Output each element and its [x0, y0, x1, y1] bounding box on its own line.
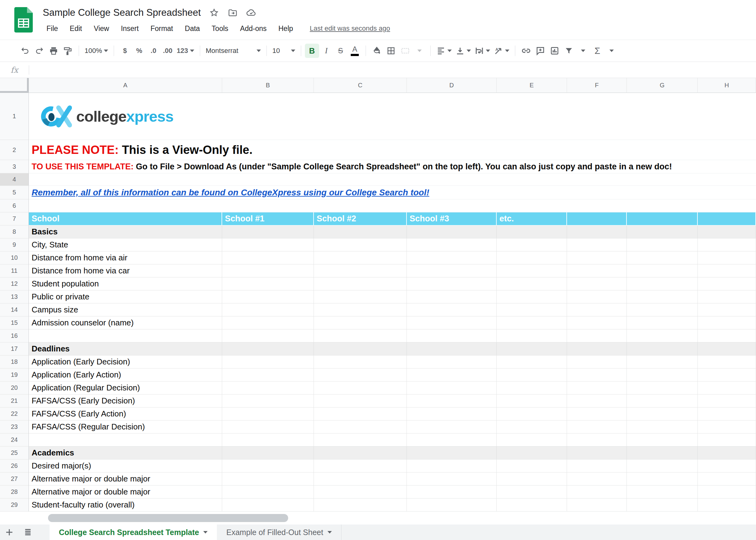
- vertical-align-button[interactable]: [454, 44, 473, 58]
- cell-F10[interactable]: [567, 251, 627, 264]
- cell-H26[interactable]: [698, 460, 756, 472]
- cell-H18[interactable]: [698, 355, 756, 368]
- cell-G13[interactable]: [627, 290, 698, 304]
- bold-button[interactable]: B: [305, 44, 319, 58]
- cell-B20[interactable]: [222, 381, 314, 394]
- cell-E19[interactable]: [497, 368, 567, 381]
- cell-H17[interactable]: [698, 342, 756, 355]
- menu-data[interactable]: Data: [181, 23, 204, 35]
- cell-E20[interactable]: [497, 381, 567, 394]
- cell-G26[interactable]: [627, 460, 698, 472]
- cell-G29[interactable]: [627, 498, 698, 511]
- cell-H22[interactable]: [698, 407, 756, 421]
- menu-insert[interactable]: Insert: [117, 23, 142, 35]
- cell-H10[interactable]: [698, 251, 756, 264]
- cell-F13[interactable]: [567, 290, 627, 304]
- cell-E29[interactable]: [497, 498, 567, 511]
- formula-input[interactable]: [29, 62, 756, 78]
- cell-A1[interactable]: collegexpress: [29, 93, 756, 140]
- cell-G9[interactable]: [627, 238, 698, 251]
- insert-comment-button[interactable]: [533, 44, 547, 58]
- cell-A17[interactable]: Deadlines: [29, 342, 222, 355]
- cell-D7[interactable]: School #3: [407, 212, 497, 225]
- cell-C8[interactable]: [314, 225, 407, 238]
- cell-D25[interactable]: [407, 447, 497, 460]
- cell-C29[interactable]: [314, 498, 407, 511]
- cell-G16[interactable]: [627, 330, 698, 342]
- cell-A23[interactable]: FAFSA/CSS (Regular Decision): [29, 421, 222, 434]
- cell-A10[interactable]: Distance from home via air: [29, 251, 222, 264]
- cell-D16[interactable]: [407, 330, 497, 342]
- cell-H16[interactable]: [698, 330, 756, 342]
- cell-G10[interactable]: [627, 251, 698, 264]
- cell-G18[interactable]: [627, 355, 698, 368]
- document-title[interactable]: Sample College Search Spreadsheet: [43, 7, 201, 18]
- cell-D8[interactable]: [407, 225, 497, 238]
- cell-A12[interactable]: Student population: [29, 277, 222, 290]
- cell-A9[interactable]: City, State: [29, 238, 222, 251]
- row-header-20[interactable]: 20: [0, 381, 29, 394]
- cell-H21[interactable]: [698, 394, 756, 407]
- print-button[interactable]: [47, 44, 61, 58]
- cell-D11[interactable]: [407, 264, 497, 277]
- cell-A7[interactable]: School: [29, 212, 222, 225]
- cell-E28[interactable]: [497, 485, 567, 498]
- cell-D26[interactable]: [407, 460, 497, 472]
- text-color-button[interactable]: A: [348, 44, 362, 58]
- cell-E23[interactable]: [497, 421, 567, 434]
- cell-C26[interactable]: [314, 460, 407, 472]
- row-header-21[interactable]: 21: [0, 394, 29, 407]
- row-header-7[interactable]: 7: [0, 212, 29, 225]
- cell-H24[interactable]: [698, 434, 756, 447]
- cell-C13[interactable]: [314, 290, 407, 304]
- row-header-19[interactable]: 19: [0, 368, 29, 381]
- cell-C23[interactable]: [314, 421, 407, 434]
- cell-E15[interactable]: [497, 317, 567, 330]
- tab-menu-caret-icon[interactable]: [203, 531, 208, 533]
- cell-E25[interactable]: [497, 447, 567, 460]
- cell-B27[interactable]: [222, 472, 314, 485]
- filter-button[interactable]: [562, 44, 576, 58]
- row-header-1[interactable]: 1: [0, 93, 29, 140]
- row-header-6[interactable]: 6: [0, 200, 29, 212]
- cell-E7[interactable]: etc.: [497, 212, 567, 225]
- cell-H28[interactable]: [698, 485, 756, 498]
- redo-button[interactable]: [32, 44, 47, 58]
- cell-E24[interactable]: [497, 434, 567, 447]
- cell-A13[interactable]: Public or private: [29, 290, 222, 304]
- cell-D21[interactable]: [407, 394, 497, 407]
- cell-G17[interactable]: [627, 342, 698, 355]
- cell-E18[interactable]: [497, 355, 567, 368]
- cell-F16[interactable]: [567, 330, 627, 342]
- cell-H20[interactable]: [698, 381, 756, 394]
- column-header-G[interactable]: G: [627, 78, 698, 93]
- cell-F9[interactable]: [567, 238, 627, 251]
- last-edit-status[interactable]: Last edit was seconds ago: [310, 25, 390, 33]
- tab-example-of-filled-out-sheet[interactable]: Example of Filled-Out Sheet: [217, 524, 341, 540]
- college-search-link[interactable]: Remember, all of this information can be…: [32, 188, 430, 198]
- cell-A25[interactable]: Academics: [29, 447, 222, 460]
- cell-B29[interactable]: [222, 498, 314, 511]
- italic-button[interactable]: I: [319, 44, 333, 58]
- cell-A5[interactable]: Remember, all of this information can be…: [29, 186, 756, 200]
- cell-H7[interactable]: [698, 212, 756, 225]
- cell-F19[interactable]: [567, 368, 627, 381]
- cell-F17[interactable]: [567, 342, 627, 355]
- cell-F15[interactable]: [567, 317, 627, 330]
- cell-B13[interactable]: [222, 290, 314, 304]
- cell-A22[interactable]: FAFSA/CSS (Early Action): [29, 407, 222, 421]
- text-rotation-button[interactable]: A: [492, 44, 511, 58]
- row-header-15[interactable]: 15: [0, 317, 29, 330]
- column-header-D[interactable]: D: [407, 78, 497, 93]
- cell-B16[interactable]: [222, 330, 314, 342]
- cell-D17[interactable]: [407, 342, 497, 355]
- menu-edit[interactable]: Edit: [66, 23, 86, 35]
- format-percent-button[interactable]: %: [132, 44, 146, 58]
- cell-E8[interactable]: [497, 225, 567, 238]
- filter-dropdown[interactable]: [576, 44, 590, 58]
- cell-F22[interactable]: [567, 407, 627, 421]
- cell-H15[interactable]: [698, 317, 756, 330]
- column-header-E[interactable]: E: [497, 78, 567, 93]
- cell-F8[interactable]: [567, 225, 627, 238]
- cell-D13[interactable]: [407, 290, 497, 304]
